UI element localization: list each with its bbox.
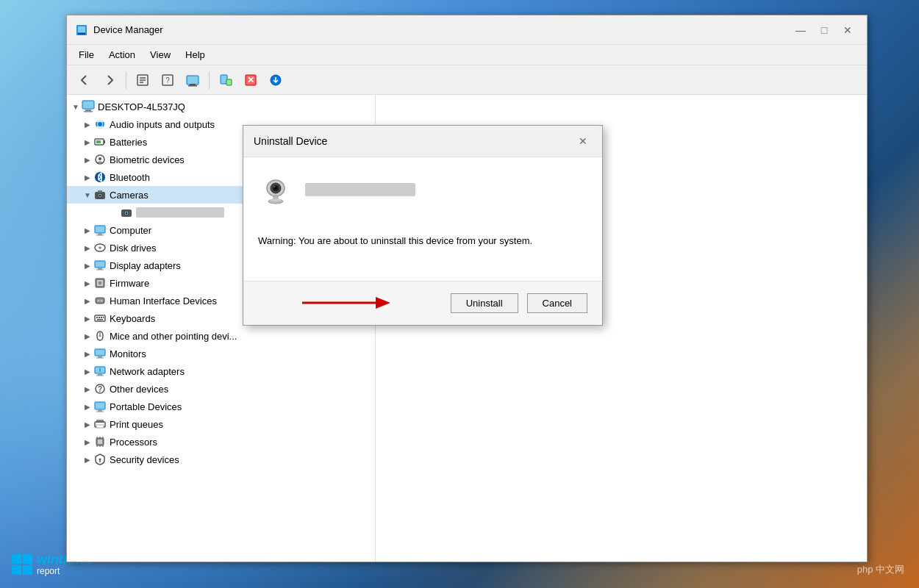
svg-rect-11 xyxy=(188,85,197,87)
minimize-button[interactable]: — xyxy=(790,22,811,38)
tree-item-processors[interactable]: Processors xyxy=(67,433,375,451)
computer-label: Computer xyxy=(110,225,151,236)
uninstall-button[interactable]: ✕ xyxy=(239,69,262,91)
cancel-button[interactable]: Cancel xyxy=(527,293,587,313)
keyboards-icon xyxy=(93,312,107,325)
dialog-close-button[interactable]: ✕ xyxy=(574,133,592,149)
back-button[interactable] xyxy=(73,69,96,91)
tree-item-portable[interactable]: Portable Devices xyxy=(67,398,375,415)
dialog-warning-text: Warning: You are about to uninstall this… xyxy=(258,234,587,248)
mice-arrow[interactable] xyxy=(82,330,93,342)
disk-icon xyxy=(93,241,107,254)
audio-label: Audio inputs and outputs xyxy=(110,119,215,130)
tree-item-print[interactable]: Print queues xyxy=(67,415,375,433)
tree-item-network[interactable]: Network adapters xyxy=(67,362,375,380)
menu-bar: File Action View Help xyxy=(67,45,867,65)
tree-item-other[interactable]: ? Other devices xyxy=(67,380,375,398)
svg-rect-52 xyxy=(101,317,102,318)
svg-point-39 xyxy=(99,247,101,249)
portable-arrow[interactable] xyxy=(82,401,93,412)
other-icon: ? xyxy=(93,382,107,395)
svg-rect-1 xyxy=(78,26,85,32)
audio-arrow[interactable] xyxy=(82,118,93,130)
display-arrow[interactable] xyxy=(82,259,93,271)
svg-point-30 xyxy=(99,195,101,197)
security-arrow[interactable] xyxy=(82,453,93,465)
disk-label: Disk drives xyxy=(110,243,157,254)
mice-label: Mice and other pointing devi... xyxy=(110,331,237,342)
svg-rect-73 xyxy=(98,440,102,444)
svg-rect-9 xyxy=(187,76,199,85)
svg-rect-61 xyxy=(98,374,102,376)
properties-button[interactable] xyxy=(131,69,154,91)
report-text: report xyxy=(37,566,93,576)
menu-view[interactable]: View xyxy=(144,48,176,62)
print-arrow[interactable] xyxy=(82,418,93,430)
tree-item-mice[interactable]: Mice and other pointing devi... xyxy=(67,327,375,345)
svg-rect-66 xyxy=(95,402,105,409)
svg-rect-40 xyxy=(95,261,105,268)
svg-rect-35 xyxy=(95,226,105,233)
forward-button[interactable] xyxy=(98,69,121,91)
batteries-arrow[interactable] xyxy=(82,136,93,148)
svg-point-56 xyxy=(99,335,101,337)
tree-root[interactable]: DESKTOP-4L537JQ xyxy=(67,98,375,115)
hid-arrow[interactable] xyxy=(82,295,93,306)
device-icon-large xyxy=(258,172,293,207)
title-bar: Device Manager — □ ✕ xyxy=(67,15,867,45)
bottom-right-text: php 中文网 xyxy=(857,563,904,576)
svg-rect-18 xyxy=(85,110,91,111)
svg-text:?: ? xyxy=(165,76,170,85)
menu-file[interactable]: File xyxy=(73,48,100,62)
svg-rect-10 xyxy=(190,84,196,85)
display-label: Display adapters xyxy=(110,260,181,271)
processors-arrow[interactable] xyxy=(82,436,93,448)
monitors-arrow[interactable] xyxy=(82,348,93,359)
menu-action[interactable]: Action xyxy=(103,48,141,62)
keyboards-label: Keyboards xyxy=(110,313,155,324)
maximize-button[interactable]: □ xyxy=(814,22,834,38)
dialog-title-bar: Uninstall Device ✕ xyxy=(243,126,602,157)
svg-text:?: ? xyxy=(98,385,102,393)
network-arrow[interactable] xyxy=(82,365,93,377)
firmware-arrow[interactable] xyxy=(82,277,93,289)
uninstall-dialog: Uninstall Device ✕ xyxy=(243,125,603,326)
cameras-arrow[interactable] xyxy=(82,189,93,201)
uninstall-confirm-button[interactable]: Uninstall xyxy=(451,293,518,313)
portable-label: Portable Devices xyxy=(110,401,182,412)
add-driver-button[interactable] xyxy=(214,69,237,91)
scan-button[interactable] xyxy=(181,69,204,91)
computer-arrow[interactable] xyxy=(82,224,93,236)
menu-help[interactable]: Help xyxy=(179,48,211,62)
processors-icon xyxy=(93,435,107,448)
dialog-content: Warning: You are about to uninstall this… xyxy=(243,157,602,281)
svg-point-26 xyxy=(99,157,101,160)
svg-rect-46 xyxy=(96,298,104,304)
bluetooth-arrow[interactable] xyxy=(82,171,93,183)
network-icon xyxy=(93,365,107,378)
svg-rect-24 xyxy=(96,140,101,143)
update-button[interactable]: ? xyxy=(156,69,179,91)
svg-rect-71 xyxy=(96,425,104,428)
toolbar-separator-1 xyxy=(126,71,126,89)
close-button[interactable]: ✕ xyxy=(837,22,858,38)
computer-icon xyxy=(82,100,95,113)
other-arrow[interactable] xyxy=(82,383,93,395)
tree-item-monitors[interactable]: Monitors xyxy=(67,345,375,362)
other-label: Other devices xyxy=(110,384,168,395)
processors-label: Processors xyxy=(110,437,157,448)
toolbar: ? ✕ xyxy=(67,65,867,95)
cameras-icon xyxy=(93,188,107,201)
root-arrow[interactable] xyxy=(70,101,82,112)
tree-item-security[interactable]: Security devices xyxy=(67,451,375,468)
firmware-label: Firmware xyxy=(110,278,149,289)
security-label: Security devices xyxy=(110,454,179,465)
biometric-arrow[interactable] xyxy=(82,154,93,165)
keyboards-arrow[interactable] xyxy=(82,312,93,324)
download-button[interactable] xyxy=(264,69,287,91)
svg-rect-37 xyxy=(96,235,104,236)
svg-rect-45 xyxy=(99,282,101,284)
svg-rect-59 xyxy=(96,358,104,359)
bluetooth-icon xyxy=(93,171,107,184)
disk-arrow[interactable] xyxy=(82,242,93,254)
